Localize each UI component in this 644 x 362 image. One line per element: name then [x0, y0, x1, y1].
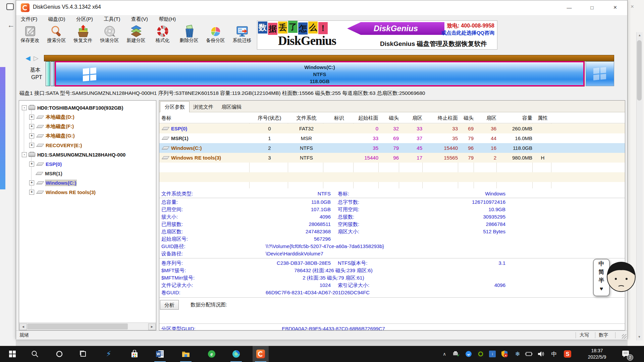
defender-alert-icon[interactable]: ×	[499, 346, 509, 362]
tab-sector-edit[interactable]: 扇区编辑	[217, 102, 246, 112]
save-changes-icon	[24, 25, 37, 38]
tree-item-esp[interactable]: + ESP(0)	[19, 160, 156, 168]
expand-icon[interactable]: +	[29, 190, 34, 195]
system-migration-button[interactable]: 系统迁移	[229, 24, 255, 51]
scroll-left-icon[interactable]: ◄	[19, 323, 27, 330]
msr-partition-segment[interactable]	[51, 61, 54, 86]
row-start-sector: 17	[401, 153, 422, 163]
sogou-icon[interactable]: S	[562, 346, 573, 362]
hidden-icons-button[interactable]: ∧	[439, 346, 449, 362]
power-icon[interactable]	[524, 346, 534, 362]
separator	[159, 297, 625, 298]
menu-tools[interactable]: 工具(T)	[99, 15, 125, 22]
title-bar[interactable]: DiskGenius V5.4.3.1342 x64 — □ ×	[16, 0, 627, 15]
new-partition-button[interactable]: 新建分区	[123, 24, 149, 51]
format-button[interactable]: 格式化	[149, 24, 176, 51]
maximize-button[interactable]: □	[584, 2, 600, 13]
expand-icon[interactable]: +	[29, 143, 34, 148]
intel-graphics-icon[interactable]: i	[487, 346, 497, 362]
promo-banner[interactable]: 数 据 丢 了 怎 么 ！ 数 DiskGenius DiskGenius 致电…	[257, 20, 497, 50]
tree-item-local-d[interactable]: + 本地磁盘(D:)	[19, 113, 156, 121]
expand-icon[interactable]: +	[29, 180, 34, 185]
snowflake-icon[interactable]: ❄	[513, 346, 523, 362]
prev-disk-icon[interactable]: ◀	[25, 54, 31, 62]
col-start-head: 磁头	[380, 113, 399, 123]
file-explorer-button[interactable]	[178, 346, 194, 362]
expand-icon[interactable]: +	[29, 162, 34, 167]
tab-browse-files[interactable]: 浏览文件	[189, 102, 218, 112]
recover-files-icon	[77, 25, 90, 38]
tab-partition-params[interactable]: 分区参数	[160, 101, 190, 112]
expand-icon[interactable]: +	[29, 115, 34, 120]
table-row-windows-re[interactable]: Windows RE tools(3) 3 NTFS 15440 96 17 1…	[159, 153, 625, 163]
diskgenius-taskbar-button[interactable]	[253, 346, 269, 362]
edge-button[interactable]	[228, 346, 244, 362]
banner-tile-char: 数	[258, 21, 267, 34]
partition-icon	[36, 191, 44, 194]
collapse-icon[interactable]: -	[22, 105, 27, 110]
tree-item-label: ESP(0)	[46, 161, 62, 167]
menu-partition[interactable]: 分区(P)	[71, 15, 98, 22]
tree-horizontal-scrollbar[interactable]: ◄ ►	[19, 322, 156, 330]
scroll-down-icon[interactable]: ▼	[636, 334, 642, 340]
browser-360-button[interactable]: e	[204, 346, 220, 362]
menu-file[interactable]: 文件(F)	[16, 15, 42, 22]
scroll-up-icon[interactable]: ▲	[637, 32, 643, 38]
table-row-windows-c-selected[interactable]: Windows(C:) 2 NTFS 35 79 45 15440 96 16 …	[159, 143, 625, 153]
tree-item-hd0[interactable]: - HD0:TOSHIBAMQ04ABF100(932GB)	[19, 103, 156, 112]
nvidia-icon[interactable]	[476, 346, 486, 362]
windows-re-partition-segment[interactable]	[586, 61, 614, 86]
minimize-button[interactable]: —	[561, 2, 577, 13]
tree-item-windows-re[interactable]: + Windows RE tools(3)	[19, 188, 156, 196]
task-view-button[interactable]	[75, 346, 91, 362]
tree-item-windows-c[interactable]: + Windows(C:)	[19, 178, 156, 187]
ime-indicator[interactable]: 中	[549, 346, 559, 362]
analyze-button[interactable]: 分析	[160, 300, 179, 310]
word-button[interactable]: W	[152, 346, 168, 362]
menu-view[interactable]: 查看(V)	[126, 15, 153, 22]
tree-item-msr[interactable]: MSR(1)	[19, 169, 156, 178]
backup-partition-button[interactable]: 备份分区	[202, 24, 229, 51]
tree-item-local-f[interactable]: + 本地磁盘(F:)	[19, 122, 156, 131]
row-start-head: 79	[380, 143, 399, 153]
save-changes-button[interactable]: 保存更改	[17, 24, 43, 51]
print-status-icon[interactable]: ✓	[451, 346, 461, 362]
expand-icon[interactable]: +	[29, 124, 34, 129]
resize-grip[interactable]	[622, 334, 627, 339]
start-button[interactable]	[4, 346, 20, 362]
partition-tree-panel[interactable]: - HD0:TOSHIBAMQ04ABF100(932GB) + 本地磁盘(D:…	[19, 100, 156, 330]
esp-partition-segment[interactable]	[46, 61, 50, 86]
table-row-msr[interactable]: MSR(1) 1 MSR 33 69 37 35 79 44 16.0MB	[159, 133, 625, 143]
diskgenius-icon	[256, 350, 265, 358]
notification-center-button[interactable]: 2	[618, 346, 634, 362]
scrollbar-thumb[interactable]	[27, 323, 128, 329]
thunder-app-button[interactable]: ⚡	[101, 346, 117, 362]
diskgenius-window: DiskGenius V5.4.3.1342 x64 — □ × 文件(F) 磁…	[16, 0, 628, 339]
dingtalk-icon[interactable]	[464, 346, 474, 362]
search-partition-button[interactable]: 搜索分区	[43, 24, 70, 51]
next-disk-icon[interactable]: ▷	[34, 54, 39, 62]
delete-partition-button[interactable]: 删除分区	[176, 24, 202, 51]
close-button[interactable]: ×	[607, 2, 623, 13]
tree-item-hd1[interactable]: - HD1:SAMSUNGMZNLN128HAHQ-000	[19, 150, 156, 159]
detail-value: 567296	[161, 235, 331, 243]
quick-partition-button[interactable]: 快速分区	[96, 24, 123, 51]
menu-disk[interactable]: 磁盘(D)	[44, 15, 70, 22]
table-row-esp[interactable]: ESP(0) 0 FAT32 0 32 33 33 69 36 260.0MB	[159, 124, 625, 133]
cortana-button[interactable]	[51, 346, 67, 362]
volume-icon[interactable]	[536, 346, 546, 362]
scroll-right-icon[interactable]: ►	[148, 323, 156, 330]
toolbar-label: 新建分区	[123, 38, 149, 44]
expand-icon[interactable]: +	[29, 133, 34, 138]
collapse-icon[interactable]: -	[22, 152, 27, 157]
taskbar-clock[interactable]: 18:37 2022/5/9	[580, 348, 614, 360]
recover-files-button[interactable]: 恢复文件	[70, 24, 96, 51]
windows-c-partition-segment[interactable]: Windows(C:) NTFS 118.0GB	[55, 61, 584, 86]
store-button[interactable]	[126, 346, 143, 362]
tree-item-recovery-e[interactable]: + RECOVERY(E:)	[19, 141, 156, 149]
taskbar-search-button[interactable]	[27, 346, 43, 362]
background-scrollbar-thumb[interactable]	[637, 40, 642, 101]
banner-qq-link[interactable]: 或点击此处选择QQ咨询	[441, 30, 494, 36]
tree-item-local-g[interactable]: + 本地磁盘(G:)	[19, 131, 156, 140]
menu-help[interactable]: 帮助(H)	[154, 15, 180, 22]
